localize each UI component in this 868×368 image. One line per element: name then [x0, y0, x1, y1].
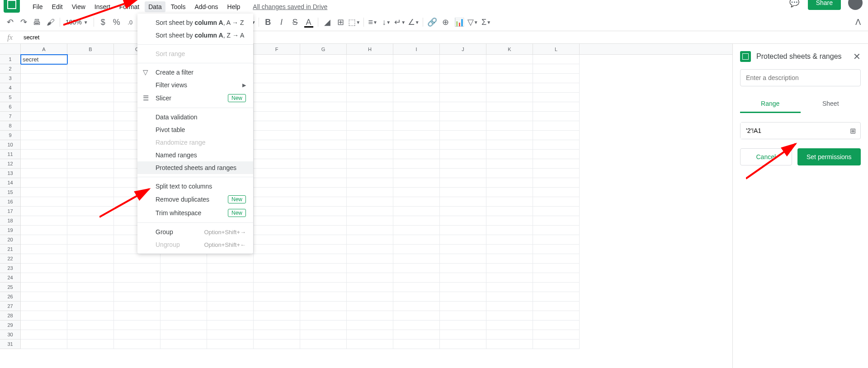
- cell[interactable]: [347, 121, 393, 131]
- cell[interactable]: [347, 74, 393, 83]
- cell[interactable]: [393, 254, 440, 264]
- menu-data-validation[interactable]: Data validation: [137, 111, 253, 123]
- menu-view[interactable]: View: [68, 1, 89, 12]
- merge-button[interactable]: ⬚▼: [348, 16, 361, 28]
- cell[interactable]: [486, 311, 533, 321]
- menu-create-filter[interactable]: ▽Create a filter: [137, 66, 253, 79]
- cell[interactable]: [254, 216, 300, 226]
- cell[interactable]: [300, 169, 347, 178]
- cell[interactable]: [533, 207, 580, 216]
- cell[interactable]: [440, 340, 486, 349]
- row-header[interactable]: 31: [0, 340, 21, 349]
- cell[interactable]: [486, 64, 533, 74]
- cell[interactable]: [67, 340, 114, 349]
- cell[interactable]: [21, 340, 67, 349]
- cell[interactable]: [440, 273, 486, 283]
- cell[interactable]: [254, 55, 300, 64]
- menu-protected-sheets[interactable]: Protected sheets and ranges: [137, 161, 253, 174]
- chart-button[interactable]: 📊: [453, 16, 466, 28]
- cell[interactable]: [21, 178, 67, 188]
- cell[interactable]: [393, 330, 440, 340]
- cell[interactable]: [160, 273, 207, 283]
- cell[interactable]: [486, 140, 533, 150]
- cell[interactable]: [254, 273, 300, 283]
- cell[interactable]: [300, 102, 347, 112]
- cell[interactable]: [393, 207, 440, 216]
- cell[interactable]: [254, 169, 300, 178]
- italic-button[interactable]: I: [275, 16, 288, 28]
- cell[interactable]: [67, 216, 114, 226]
- rotate-button[interactable]: ∠▼: [407, 16, 420, 28]
- cell[interactable]: [67, 74, 114, 83]
- cell[interactable]: [114, 273, 160, 283]
- cell[interactable]: [393, 121, 440, 131]
- cell[interactable]: [21, 292, 67, 302]
- cell[interactable]: [393, 83, 440, 93]
- row-header[interactable]: 30: [0, 330, 21, 340]
- cell[interactable]: [347, 150, 393, 159]
- cell[interactable]: [486, 226, 533, 235]
- cell[interactable]: [67, 321, 114, 330]
- cell[interactable]: [486, 102, 533, 112]
- format-currency[interactable]: $: [97, 16, 109, 28]
- cell[interactable]: [21, 207, 67, 216]
- cell[interactable]: [440, 235, 486, 245]
- cell[interactable]: [393, 321, 440, 330]
- cell[interactable]: [300, 264, 347, 273]
- row-header[interactable]: 2: [0, 64, 21, 74]
- cell[interactable]: [300, 74, 347, 83]
- cell[interactable]: [160, 340, 207, 349]
- cell[interactable]: [67, 188, 114, 197]
- cell[interactable]: [533, 112, 580, 121]
- functions-button[interactable]: Σ▼: [480, 16, 493, 28]
- row-header[interactable]: 23: [0, 264, 21, 273]
- cell[interactable]: [440, 311, 486, 321]
- cell[interactable]: [486, 197, 533, 207]
- col-header[interactable]: G: [300, 44, 347, 54]
- cell[interactable]: [207, 292, 254, 302]
- menu-insert[interactable]: Insert: [91, 1, 114, 12]
- tab-sheet[interactable]: Sheet: [801, 95, 861, 113]
- cell[interactable]: [254, 121, 300, 131]
- menu-addons[interactable]: Add-ons: [191, 1, 222, 12]
- cell[interactable]: [533, 340, 580, 349]
- menu-split-text[interactable]: Split text to columns: [137, 180, 253, 193]
- close-icon[interactable]: ✕: [853, 51, 861, 62]
- cell[interactable]: [440, 64, 486, 74]
- comments-icon[interactable]: 💬: [788, 0, 801, 9]
- cell[interactable]: [347, 226, 393, 235]
- cell[interactable]: [254, 140, 300, 150]
- cell[interactable]: [21, 330, 67, 340]
- cell[interactable]: [533, 178, 580, 188]
- cell[interactable]: [486, 245, 533, 254]
- cell[interactable]: [393, 150, 440, 159]
- cell[interactable]: [300, 340, 347, 349]
- cell[interactable]: [254, 74, 300, 83]
- select-range-icon[interactable]: ⊞: [845, 127, 860, 135]
- cell[interactable]: [300, 140, 347, 150]
- cell[interactable]: [254, 311, 300, 321]
- cell[interactable]: [207, 311, 254, 321]
- col-header[interactable]: H: [347, 44, 393, 54]
- menu-help[interactable]: Help: [224, 1, 244, 12]
- link-button[interactable]: 🔗: [426, 16, 439, 28]
- cell[interactable]: [347, 330, 393, 340]
- cell[interactable]: [393, 311, 440, 321]
- cell[interactable]: [393, 102, 440, 112]
- cell[interactable]: [393, 178, 440, 188]
- cell[interactable]: [207, 302, 254, 311]
- cell[interactable]: [347, 321, 393, 330]
- cell[interactable]: [533, 93, 580, 102]
- cell[interactable]: [347, 131, 393, 140]
- cell[interactable]: [440, 121, 486, 131]
- format-percent[interactable]: %: [110, 16, 123, 28]
- cell[interactable]: [533, 264, 580, 273]
- cell[interactable]: [393, 273, 440, 283]
- cell[interactable]: [300, 311, 347, 321]
- cell[interactable]: [160, 330, 207, 340]
- cell[interactable]: [67, 83, 114, 93]
- cell[interactable]: [114, 264, 160, 273]
- col-header[interactable]: A: [21, 44, 67, 54]
- borders-button[interactable]: ⊞: [335, 16, 347, 28]
- menu-pivot-table[interactable]: Pivot table: [137, 123, 253, 136]
